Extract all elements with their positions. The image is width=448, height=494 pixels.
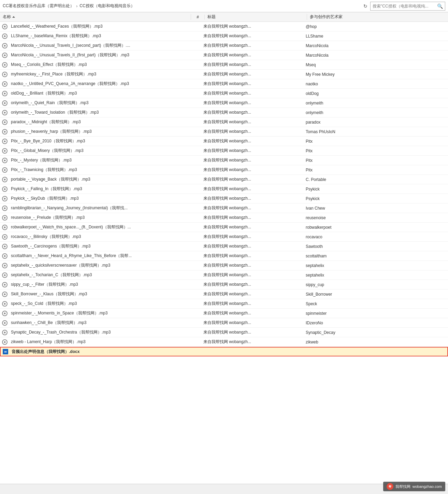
table-row[interactable]: Psykick_-_Falling_In（我帮找网）.mp3来自我帮找网 wob…: [0, 184, 448, 194]
file-artist: Psykick: [303, 196, 448, 201]
mp3-file-icon: [1, 205, 8, 212]
table-row[interactable]: portable_-_Voyage_Back（我帮找网）.mp3来自我帮找网 w…: [0, 175, 448, 184]
table-row[interactable]: spinmeister_-_Moments_in_Space（我帮找网）.mp3…: [0, 309, 448, 318]
table-row[interactable]: Lancefield_-_Weathered_Faces（我帮找网）.mp3来自…: [0, 22, 448, 31]
table-row[interactable]: ramblinglibrarian_-_Nanyang_Journey_(Ins…: [0, 203, 448, 213]
file-name: portable_-_Voyage_Back（我帮找网）.mp3: [10, 177, 187, 182]
file-artist: MarcoNicola: [303, 53, 448, 58]
file-name: naotko_-_Untitled_PVC_Quena_JA_rearrange…: [10, 81, 187, 87]
mp3-file-icon: [1, 128, 8, 135]
table-row[interactable]: Pitx_-_Global_Misery（我帮找网）.mp3来自我帮找网 wob…: [0, 146, 448, 156]
file-title: 来自我帮找网 wobangzh...: [201, 339, 303, 345]
mp3-file-icon: [1, 300, 8, 307]
table-row[interactable]: onlymeith_-_Quiet_Rain（我帮找网）.mp3来自我帮找网 w…: [0, 98, 448, 108]
table-row[interactable]: septahelix_-_quicksilverscreensaver（我帮找网…: [0, 261, 448, 270]
file-title: 来自我帮找网 wobangzh...: [201, 282, 303, 287]
search-input[interactable]: [373, 4, 437, 9]
mp3-file-icon: [1, 329, 8, 336]
table-row[interactable]: naotko_-_Untitled_PVC_Quena_JA_rearrange…: [0, 79, 448, 89]
table-row[interactable]: Skill_Borrower_-_Klaus（我帮找网）.mp3来自我帮找网 w…: [0, 290, 448, 299]
file-artist: robwalkerpoet: [303, 225, 448, 230]
table-row[interactable]: zikweb - Lament_Harp（我帮找网）.mp3来自我帮找网 wob…: [0, 337, 448, 347]
file-artist: Skill_Borrower: [303, 292, 448, 297]
table-row[interactable]: scottaltham_-_Never_Heard_a_Rhyme_Like_T…: [0, 251, 448, 261]
status-bar: [0, 484, 448, 494]
table-row[interactable]: Mseq_-_Coriolis_Effect（我帮找网）.mp3来自我帮找网 w…: [0, 60, 448, 70]
file-title: 来自我帮找网 wobangzh...: [201, 43, 303, 48]
mp3-file-icon: [1, 186, 8, 193]
table-row[interactable]: sippy_cup_-_Filter（我帮找网）.mp3来自我帮找网 woban…: [0, 280, 448, 290]
file-artist: septahelix: [303, 263, 448, 268]
file-title: 来自我帮找网 wobangzh...: [201, 138, 303, 144]
mp3-file-icon: [1, 224, 8, 231]
file-artist: IDzeroNo: [303, 321, 448, 325]
file-artist: Pitx: [303, 168, 448, 172]
table-row[interactable]: robwalkerpoet_-_Watch_this_space..._(ft.…: [0, 223, 448, 232]
table-row[interactable]: MarcoNicola_-_Unusual_Travels_I_(second_…: [0, 41, 448, 51]
table-row[interactable]: reusenoise_-_Prelude（我帮找网）.mp3来自我帮找网 wob…: [0, 213, 448, 223]
file-artist: Mseq: [303, 62, 448, 67]
table-row[interactable]: MarcoNicola_-_Unusual_Travels_II_(first_…: [0, 51, 448, 60]
table-row[interactable]: LLShame_-_baseMana_Remix（我帮找网）.mp3来自我帮找网…: [0, 31, 448, 41]
file-title: 来自我帮找网 wobangzh...: [201, 186, 303, 192]
file-name: ramblinglibrarian_-_Nanyang_Journey_(Ins…: [10, 205, 187, 211]
file-name: speck_-_So_Cold（我帮找网）.mp3: [10, 301, 187, 307]
watermark-subtext: wobangzhao.com: [413, 484, 442, 489]
file-list[interactable]: Lancefield_-_Weathered_Faces（我帮找网）.mp3来自…: [0, 22, 448, 484]
file-name: MarcoNicola_-_Unusual_Travels_I_(second_…: [10, 43, 187, 48]
file-artist: rocavaco: [303, 235, 448, 239]
table-row[interactable]: rocavaco_-_Bilinsky（我帮找网）.mp3来自我帮找网 woba…: [0, 232, 448, 242]
file-name: onlymeith_-_Quiet_Rain（我帮找网）.mp3: [10, 100, 187, 106]
table-row[interactable]: phusion_-_heavenly_harp（我帮找网）.mp3来自我帮找网 …: [0, 127, 448, 137]
file-title: 来自我帮找网 wobangzh...: [201, 110, 303, 115]
table-row[interactable]: septahelix_-_Tocharian_C（我帮找网）.mp3来自我帮找网…: [0, 270, 448, 280]
table-row[interactable]: Synaptic_Decay_-_Trash_Orchestra（我帮找网）.m…: [0, 328, 448, 337]
breadcrumb-item-1[interactable]: CC署名授权音乐作品库（需声明出处）: [3, 3, 74, 9]
sort-arrow-icon: [12, 16, 15, 18]
table-row[interactable]: speck_-_So_Cold（我帮找网）.mp3来自我帮找网 wobangzh…: [0, 299, 448, 309]
breadcrumb-arrow-1: ›: [76, 4, 77, 9]
address-actions: ↻ 🔍: [362, 2, 445, 11]
mp3-file-icon: [1, 52, 8, 59]
table-row[interactable]: Sawtooth_-_Carcinogens（我帮找网）.mp3来自我帮找网 w…: [0, 242, 448, 251]
table-row[interactable]: Pitx_-_Myxtery（我帮找网）.mp3来自我帮找网 wobangzh.…: [0, 156, 448, 165]
file-name: MarcoNicola_-_Unusual_Travels_II_(first_…: [10, 52, 187, 58]
table-row[interactable]: Pitx_-_Trawnicing（我帮找网）.mp3来自我帮找网 wobang…: [0, 165, 448, 175]
file-name: Pitx_-_Trawnicing（我帮找网）.mp3: [10, 167, 187, 173]
table-row[interactable]: W音频出处声明信息（我帮找网）.docx: [0, 347, 448, 356]
mp3-file-icon: [1, 71, 8, 78]
mp3-file-icon: [1, 214, 8, 221]
file-title: 来自我帮找网 wobangzh...: [201, 71, 303, 77]
breadcrumb-item-2[interactable]: CC授权（电影和电视纯音乐）: [80, 3, 134, 9]
file-name: Pitx_-_Global_Misery（我帮找网）.mp3: [10, 148, 187, 154]
col-header-name[interactable]: 名称: [0, 14, 191, 20]
search-icon[interactable]: 🔍: [437, 3, 443, 9]
file-title: 来自我帮找网 wobangzh...: [201, 301, 303, 307]
file-title: 来自我帮找网 wobangzh...: [201, 234, 303, 240]
file-name: sippy_cup_-_Filter（我帮找网）.mp3: [10, 282, 187, 287]
file-title: 来自我帮找网 wobangzh...: [201, 167, 303, 173]
col-header-num[interactable]: #: [191, 15, 205, 19]
file-name: 音频出处声明信息（我帮找网）.docx: [10, 349, 188, 355]
col-header-artist[interactable]: 参与创作的艺术家: [307, 14, 448, 20]
file-name: Skill_Borrower_-_Klaus（我帮找网）.mp3: [10, 291, 187, 297]
file-artist: Pitx: [303, 149, 448, 153]
table-row[interactable]: onlymeith_-_Toward_Isolation（我帮找网）.mp3来自…: [0, 108, 448, 117]
table-row[interactable]: sunhawken_-_Chill_Be（我帮找网）.mp3来自我帮找网 wob…: [0, 318, 448, 328]
table-row[interactable]: myfreemickey_-_First_Place（我帮找网）.mp3来自我帮…: [0, 70, 448, 79]
table-row[interactable]: oldDog_-_Brilliant（我帮找网）.mp3来自我帮找网 woban…: [0, 89, 448, 98]
table-row[interactable]: Pitx_-_Bye_Bye_2010（我帮找网）.mp3来自我帮找网 woba…: [0, 137, 448, 146]
col-header-title[interactable]: 标题: [205, 14, 307, 20]
file-title: 来自我帮找网 wobangzh...: [201, 33, 303, 39]
table-row[interactable]: paradox_-_Midnight（我帮找网）.mp3来自我帮找网 woban…: [0, 117, 448, 127]
file-artist: spinmeister: [303, 311, 448, 316]
mp3-file-icon: [1, 100, 8, 107]
table-row[interactable]: Psykick_-_SkyDub（我帮找网）.mp3来自我帮找网 wobangz…: [0, 194, 448, 203]
file-title: 来自我帮找网 wobangzh...: [201, 119, 303, 125]
file-title: 来自我帮找网 wobangzh...: [201, 205, 303, 211]
file-name: Lancefield_-_Weathered_Faces（我帮找网）.mp3: [10, 24, 187, 29]
file-name: onlymeith_-_Toward_Isolation（我帮找网）.mp3: [10, 110, 187, 115]
file-title: 来自我帮找网 wobangzh...: [201, 215, 303, 221]
search-box[interactable]: 🔍: [370, 2, 445, 11]
refresh-button[interactable]: ↻: [362, 3, 369, 10]
